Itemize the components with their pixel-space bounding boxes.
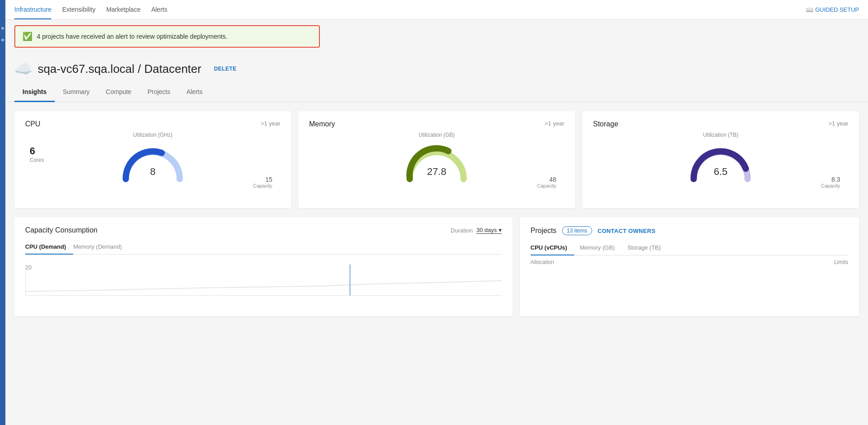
memory-capacity-label: 48 Capacity — [537, 176, 556, 188]
duration-text: 30 days — [476, 227, 497, 233]
projects-col-headers: Allocation Limits — [531, 259, 848, 265]
col-allocation: Allocation — [531, 259, 554, 265]
guided-setup-button[interactable]: 📖 GUIDED SETUP — [806, 6, 859, 13]
cpu-gauge-area: Utilization (GHz) 8 15 Capacity — [25, 132, 280, 190]
capacity-title: Capacity Consumption — [25, 226, 97, 234]
check-circle-icon: ✅ — [22, 31, 32, 41]
page-tabs: Insights Summary Compute Projects Alerts — [5, 83, 868, 102]
left-sidebar — [0, 0, 5, 325]
guided-setup-label: GUIDED SETUP — [815, 6, 859, 13]
storage-gauge-svg — [685, 136, 757, 186]
proj-subtab-cpu[interactable]: CPU (vCPUs) — [531, 241, 575, 255]
cpu-capacity-label: 15 Capacity — [253, 176, 272, 188]
memory-util-label: Utilization (GB) — [419, 132, 455, 138]
cpu-gauge-svg — [117, 136, 189, 186]
capacity-header-row: Capacity Consumption Duration 30 days ▾ — [25, 226, 502, 234]
memory-current-value: 27.8 — [427, 166, 447, 178]
cpu-metric-card: CPU >1 year 6 Cores Utilization (GHz) — [14, 111, 291, 208]
tab-alerts[interactable]: Alerts — [178, 83, 211, 102]
memory-time: >1 year — [545, 120, 564, 127]
nav-item-infrastructure[interactable]: Infrastructure — [14, 0, 51, 19]
nav-item-extensibility[interactable]: Extensibility — [62, 0, 95, 19]
cpu-capacity-value: 15 — [253, 176, 272, 183]
top-nav: Infrastructure Extensibility Marketplace… — [5, 0, 868, 20]
capacity-consumption-card: Capacity Consumption Duration 30 days ▾ … — [14, 217, 513, 316]
tab-compute[interactable]: Compute — [98, 83, 140, 102]
tab-projects[interactable]: Projects — [139, 83, 178, 102]
storage-title: Storage — [593, 120, 618, 128]
chart-area: 20 — [25, 260, 502, 296]
subtab-memory-demand[interactable]: Memory (Demand) — [73, 240, 129, 255]
storage-capacity-text: Capacity — [821, 183, 840, 188]
bottom-row: Capacity Consumption Duration 30 days ▾ … — [14, 217, 859, 316]
chart-y-label: 20 — [26, 264, 31, 271]
proj-subtab-storage[interactable]: Storage (TB) — [627, 241, 668, 255]
duration-selector[interactable]: Duration 30 days ▾ — [451, 227, 502, 234]
storage-capacity-label: 8.3 Capacity — [821, 176, 840, 188]
cpu-util-label: Utilization (GHz) — [133, 132, 172, 138]
cpu-current-value: 8 — [150, 166, 155, 178]
cpu-title: CPU — [25, 120, 40, 128]
projects-title: Projects — [531, 227, 557, 235]
alert-banner: ✅ 4 projects have received an alert to r… — [14, 25, 320, 48]
page-header: ☁️ sqa-vc67.sqa.local / Datacenter DELET… — [5, 53, 868, 77]
cloud-icon: ☁️ — [14, 60, 32, 77]
memory-gauge-area: Utilization (GB) 27.8 48 Capacity — [309, 132, 564, 190]
delete-button[interactable]: DELETE — [214, 66, 236, 72]
storage-metric-card: Storage >1 year Utilization (TB) 6.5 — [582, 111, 859, 208]
chart-cursor — [350, 264, 350, 295]
storage-current-value: 6.5 — [714, 166, 728, 178]
cpu-time: >1 year — [261, 120, 280, 127]
alert-text: 4 projects have received an alert to rev… — [37, 33, 227, 40]
book-icon: 📖 — [806, 6, 813, 13]
memory-capacity-value: 48 — [537, 176, 556, 183]
duration-value[interactable]: 30 days ▾ — [476, 227, 502, 234]
chart-line: 20 — [25, 264, 502, 296]
storage-util-label: Utilization (TB) — [703, 132, 739, 138]
sidebar-dot — [1, 27, 4, 30]
nav-item-alerts[interactable]: Alerts — [151, 0, 168, 19]
chevron-down-icon: ▾ — [499, 227, 502, 233]
memory-capacity-text: Capacity — [537, 183, 556, 188]
projects-sub-tabs: CPU (vCPUs) Memory (GB) Storage (TB) — [531, 241, 848, 255]
chart-svg — [26, 264, 502, 296]
proj-subtab-memory[interactable]: Memory (GB) — [580, 241, 622, 255]
capacity-sub-tabs: CPU (Demand) Memory (Demand) — [25, 240, 502, 255]
page-title: sqa-vc67.sqa.local / Datacenter — [38, 62, 201, 76]
contact-owners-button[interactable]: CONTACT OWNERS — [598, 228, 655, 234]
tab-insights[interactable]: Insights — [14, 83, 55, 102]
items-badge: 13 items — [562, 226, 592, 235]
duration-label: Duration — [451, 227, 473, 234]
memory-metric-card: Memory >1 year Utilization (GB) 27.8 — [298, 111, 575, 208]
main-content: CPU >1 year 6 Cores Utilization (GHz) — [5, 102, 868, 325]
col-limits: Limits — [834, 259, 848, 265]
projects-header-row: Projects 13 items CONTACT OWNERS — [531, 226, 848, 235]
cpu-capacity-text: Capacity — [253, 183, 272, 188]
storage-gauge-area: Utilization (TB) 6.5 8.3 Capacity — [593, 132, 848, 190]
storage-capacity-value: 8.3 — [821, 176, 840, 183]
subtab-cpu-demand[interactable]: CPU (Demand) — [25, 240, 73, 255]
tab-summary[interactable]: Summary — [55, 83, 98, 102]
memory-gauge-svg — [401, 136, 473, 186]
metrics-row: CPU >1 year 6 Cores Utilization (GHz) — [14, 111, 859, 208]
nav-item-marketplace[interactable]: Marketplace — [106, 0, 140, 19]
sidebar-dot — [1, 39, 4, 41]
storage-time: >1 year — [828, 120, 848, 127]
projects-card: Projects 13 items CONTACT OWNERS CPU (vC… — [520, 217, 859, 316]
memory-title: Memory — [309, 120, 335, 128]
